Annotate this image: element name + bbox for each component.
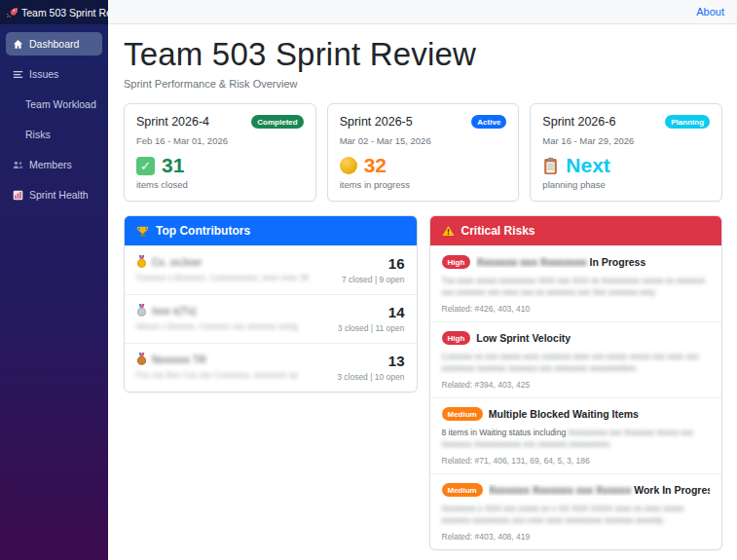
severity-badge: High [442,255,471,269]
sprint-dates: Mar 16 - Mar 29, 2026 [542,135,710,146]
topbar: Team 503 Sprint Review About [0,0,737,24]
critical-risks-panel: Critical Risks High Xxxxxxx xxx Xxxxxxxx… [429,215,723,550]
bronze-medal-icon [136,353,147,365]
contributor-breakdown: 3 closed | 10 open [337,372,404,382]
check-icon: ✓ [136,157,155,175]
sidebar-item-dashboard[interactable]: Dashboard [6,32,102,56]
sidebar-item-team-workload[interactable]: Team Workload [6,93,102,116]
severity-badge: Medium [442,407,483,421]
app-brand: Team 503 Sprint Review [0,0,108,24]
sidebar-item-label: Issues [29,68,58,80]
yellow-circle-icon [340,157,357,174]
sprint-card-active: Sprint 2026-5 Active Mar 02 - Mar 15, 20… [327,103,520,202]
risk-item: Medium Xxxxxxx Xxxxxxx xxx Xxxxxx Work I… [430,473,722,549]
contributor-name-redacted: Ixxx x(Tx) [152,305,197,317]
sidebar-item-label: Dashboard [29,38,79,50]
about-link[interactable]: About [696,6,724,18]
page-title: Team 503 Sprint Review [124,36,722,73]
warning-icon [442,225,455,237]
sidebar-item-members[interactable]: Members [6,153,102,176]
contributor-row: Cx. xxJxxe Fxxxxxx x Bxxxxxx, Cxxxxxxxxx… [125,245,417,294]
severity-badge: High [442,331,471,345]
sprint-value: Next [566,154,610,177]
risk-related-ids: Related: #426, 403, 410 [442,304,711,314]
contributor-count: 14 [338,304,405,320]
panel-title: Top Contributors [156,224,250,238]
risk-related-ids: Related: #394, 403, 425 [442,380,711,390]
status-badge: Planning [665,115,710,129]
contributor-count: 16 [342,255,405,272]
status-badge: Active [471,115,506,129]
risk-desc-redacted: Txx xxxx xxxxx xxxxxxxxx XXX xxx XXX xx … [442,276,706,297]
risk-item: High Xxxxxxx xxx Xxxxxxxx In Progress Tx… [430,245,722,321]
sidebar-item-risks[interactable]: Risks [6,123,102,146]
sidebar-item-label: Team Workload [25,98,96,110]
sidebar-item-sprint-health[interactable]: Sprint Health [6,183,102,206]
contributor-detail-redacted: Fxx xxx Bxx Cxx xxx Cxxxxxxx, xxxxxxxx x… [136,370,298,380]
risk-title-visible: Work In Progress [634,484,710,496]
sprint-value: 32 [364,154,387,177]
sprint-name: Sprint 2026-5 [340,115,413,129]
contributor-count: 13 [337,353,404,369]
risk-title-visible: Low Sprint Velocity [476,332,571,344]
sprint-cards-row: Sprint 2026-4 Completed Feb 16 - Mar 01,… [124,103,722,202]
contributor-breakdown: 7 closed | 9 open [342,275,405,284]
sprint-dates: Mar 02 - Mar 15, 2026 [340,135,507,146]
sprint-caption: items in progress [340,179,507,190]
trophy-icon [136,225,149,238]
sidebar-item-label: Sprint Health [29,189,89,201]
risk-related-ids: Related: #71, 406, 131, 69, 64, 5, 3, 18… [442,456,711,466]
page-subtitle: Sprint Performance & Risk Overview [124,78,722,90]
risk-item: Medium Multiple Blocked Waiting Items 8 … [430,397,722,473]
sprint-caption: items closed [136,179,304,190]
risk-title-redacted: Xxxxxxx Xxxxxxx xxx Xxxxxx [489,484,634,496]
silver-medal-icon [136,304,147,317]
gold-medal-icon [136,255,147,268]
sprint-card-planning: Sprint 2026-6 Planning Mar 16 - Mar 29, … [530,103,722,202]
contributor-name-redacted: Nxxxxxx TR [152,354,206,365]
status-badge: Completed [251,115,303,129]
house-icon [12,38,23,50]
list-icon [12,68,23,80]
members-icon [12,159,23,170]
risk-related-ids: Related: #403, 408, 419 [442,532,711,541]
sidebar-item-label: Risks [25,129,51,140]
sprint-value: 31 [162,154,184,177]
risk-title-visible: Multiple Blocked Waiting Items [489,408,639,420]
sprint-card-completed: Sprint 2026-4 Completed Feb 16 - Mar 01,… [124,103,316,202]
top-contributors-header: Top Contributors [125,216,417,245]
sidebar-item-label: Members [29,159,72,170]
severity-badge: Medium [442,483,483,497]
contributor-breakdown: 3 closed | 11 open [338,323,405,333]
sprint-dates: Feb 16 - Mar 01, 2026 [136,135,304,146]
risk-item: High Low Sprint Velocity Cxxxxxx xx xxx … [430,321,722,397]
sprint-name: Sprint 2026-4 [136,115,209,129]
risk-desc-redacted: Cxxxxxx xx xxx xxxxx xxxx xxxxxxx xxxx x… [442,352,699,373]
contributor-name-redacted: Cx. xxJxxe [152,256,202,268]
contributor-detail-redacted: Mxxxx x Bxxxxx, Cxxxxxx xxx xxxxxxx xxin… [136,321,298,331]
risk-desc-visible: 8 items in Waiting status including [442,428,569,437]
sidebar-item-issues[interactable]: Issues [6,62,102,86]
health-chart-icon [12,189,23,201]
main-content: Team 503 Sprint Review Sprint Performanc… [108,24,737,560]
topbar-right: About [108,0,737,24]
sprint-caption: planning phase [542,179,710,190]
panel-title: Critical Risks [461,224,535,238]
rocket-icon [6,7,18,19]
top-contributors-panel: Top Contributors Cx. xxJxxe Fxxxxxx x Bx… [124,215,418,392]
risk-title-redacted: Xxxxxxx xxx Xxxxxxxx [476,256,589,268]
contributor-detail-redacted: Fxxxxxx x Bxxxxxx, Cxxxxxxxxxx, xxxx xxx… [136,273,309,282]
critical-risks-header: Critical Risks [430,216,722,245]
contributor-row: Nxxxxxx TR Fxx xxx Bxx Cxx xxx Cxxxxxxx,… [125,343,417,392]
sidebar: Dashboard Issues Team Workload Risks Mem… [0,24,108,560]
contributor-row: Ixxx x(Tx) Mxxxx x Bxxxxx, Cxxxxxx xxx x… [125,294,417,343]
risk-title-visible: In Progress [589,256,645,268]
sprint-name: Sprint 2026-6 [542,115,615,129]
clipboard-icon [542,157,559,175]
risk-desc-redacted: Xxxxxxxx x XXX xxx xxxxx xx x XX XXX XXX… [442,504,684,525]
